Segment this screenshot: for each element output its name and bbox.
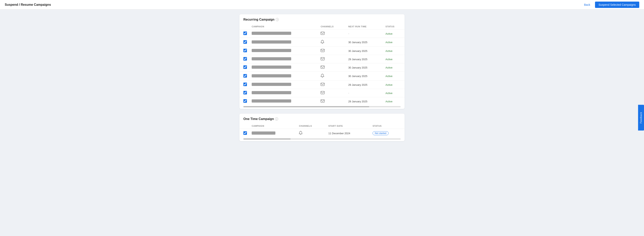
recurring-scrollbar[interactable] bbox=[244, 106, 400, 107]
row-checkbox-cell bbox=[240, 47, 249, 55]
row-status-cell: Active bbox=[383, 72, 404, 81]
one-time-campaign-table: CAMPAIGN CHANNELS START DATE STATUS bbox=[240, 123, 404, 138]
status-active-label: Active bbox=[386, 32, 392, 35]
row-channel-cell bbox=[318, 55, 346, 63]
row-channel-cell bbox=[318, 97, 346, 105]
one-time-col-campaign: CAMPAIGN bbox=[249, 123, 296, 129]
row-channel-cell bbox=[296, 129, 326, 138]
svg-rect-3 bbox=[321, 66, 324, 68]
recurring-info-icon: i bbox=[276, 18, 279, 21]
row-checkbox-cell bbox=[240, 63, 249, 72]
row-checkbox-cell bbox=[240, 97, 249, 105]
row-campaign-cell bbox=[249, 38, 318, 47]
campaign-name-blur bbox=[252, 99, 291, 102]
svg-rect-6 bbox=[321, 100, 324, 102]
row-next-run-cell: 30 January 2025 bbox=[346, 72, 383, 81]
next-run-date: 29 January 2025 bbox=[348, 58, 368, 61]
suspend-selected-button[interactable]: Suspend Selected Campaigns bbox=[595, 2, 639, 8]
one-time-campaign-header: One Time Campaign i bbox=[240, 114, 404, 123]
back-button[interactable]: Back bbox=[582, 2, 593, 8]
row-checkbox[interactable] bbox=[244, 83, 247, 86]
row-status-cell: Active bbox=[383, 47, 404, 55]
campaign-name-blur bbox=[252, 91, 291, 94]
table-row: 11 December 2024 Not started bbox=[240, 129, 404, 138]
campaign-name-blur bbox=[252, 132, 276, 135]
row-next-run-cell: 29 January 2025 bbox=[346, 81, 383, 89]
one-time-campaign-card: One Time Campaign i CAMPAIGN CHANNELS ST… bbox=[240, 114, 404, 141]
table-row: 30 January 2025 Active bbox=[240, 72, 404, 81]
row-channel-cell bbox=[318, 72, 346, 81]
row-channel-cell bbox=[318, 89, 346, 97]
email-icon bbox=[320, 49, 324, 53]
row-checkbox[interactable] bbox=[244, 40, 247, 44]
row-checkbox[interactable] bbox=[244, 57, 247, 61]
row-channel-cell bbox=[318, 81, 346, 89]
page-content: Recurring Campaign i CAMPAIGN CHANNELS N… bbox=[233, 10, 411, 151]
next-run-dash: - bbox=[348, 32, 349, 35]
row-checkbox[interactable] bbox=[244, 99, 247, 103]
status-active-label: Active bbox=[386, 83, 392, 86]
row-checkbox-cell bbox=[240, 30, 249, 38]
row-channel-cell bbox=[318, 63, 346, 72]
recurring-col-status: STATUS bbox=[383, 24, 404, 30]
row-status-cell: Active bbox=[383, 97, 404, 105]
svg-rect-0 bbox=[321, 32, 324, 35]
row-campaign-cell bbox=[249, 30, 318, 38]
page-header: Suspend / Resume Campaigns Back Suspend … bbox=[0, 0, 644, 10]
header-actions: Back Suspend Selected Campaigns bbox=[582, 2, 639, 8]
table-row: - Active bbox=[240, 89, 404, 97]
table-row: 30 January 2025 Active bbox=[240, 63, 404, 72]
row-checkbox-cell bbox=[240, 129, 249, 138]
row-status-cell: Active bbox=[383, 89, 404, 97]
recurring-campaign-card: Recurring Campaign i CAMPAIGN CHANNELS N… bbox=[240, 14, 404, 109]
email-icon bbox=[320, 83, 324, 86]
status-active-label: Active bbox=[386, 50, 392, 52]
svg-rect-1 bbox=[321, 49, 324, 52]
row-status-cell: Active bbox=[383, 63, 404, 72]
row-checkbox[interactable] bbox=[244, 91, 247, 94]
bell-icon bbox=[299, 132, 302, 136]
campaign-name-blur bbox=[252, 66, 291, 69]
start-date-label: 11 December 2024 bbox=[328, 132, 350, 135]
row-campaign-cell bbox=[249, 47, 318, 55]
one-time-table-wrap: CAMPAIGN CHANNELS START DATE STATUS bbox=[240, 123, 404, 138]
row-checkbox[interactable] bbox=[244, 49, 247, 52]
status-active-label: Active bbox=[386, 75, 392, 78]
campaign-name-blur bbox=[252, 57, 291, 60]
row-checkbox-cell bbox=[240, 38, 249, 47]
row-status-cell: Active bbox=[383, 55, 404, 63]
recurring-col-campaign: CAMPAIGN bbox=[249, 24, 318, 30]
email-icon bbox=[320, 32, 324, 35]
next-run-date: 30 January 2025 bbox=[348, 66, 368, 69]
bell-icon bbox=[320, 41, 324, 44]
row-checkbox[interactable] bbox=[244, 131, 247, 135]
table-row: 29 January 2025 Active bbox=[240, 81, 404, 89]
one-time-scrollbar[interactable] bbox=[244, 138, 400, 140]
row-checkbox[interactable] bbox=[244, 32, 247, 35]
one-time-col-status: STATUS bbox=[370, 123, 404, 129]
feedback-button[interactable]: Feedback bbox=[638, 105, 644, 131]
next-run-date: 29 January 2025 bbox=[348, 100, 368, 103]
table-row: - Active bbox=[240, 30, 404, 38]
row-campaign-cell bbox=[249, 81, 318, 89]
status-active-label: Active bbox=[386, 58, 392, 61]
email-icon bbox=[320, 58, 324, 61]
recurring-col-channels: CHANNELS bbox=[318, 24, 346, 30]
recurring-campaign-header: Recurring Campaign i bbox=[240, 14, 404, 24]
campaign-name-blur bbox=[252, 83, 291, 86]
row-next-run-cell: 29 January 2025 bbox=[346, 55, 383, 63]
campaign-name-blur bbox=[252, 40, 291, 44]
recurring-col-next-run: NEXT RUN TIME bbox=[346, 24, 383, 30]
row-checkbox-cell bbox=[240, 55, 249, 63]
status-not-started-badge: Not started bbox=[372, 131, 388, 135]
row-channel-cell bbox=[318, 38, 346, 47]
row-checkbox[interactable] bbox=[244, 74, 247, 78]
campaign-name-blur bbox=[252, 49, 291, 52]
row-next-run-cell: - bbox=[346, 89, 383, 97]
row-status-cell: Active bbox=[383, 38, 404, 47]
row-checkbox-cell bbox=[240, 81, 249, 89]
row-checkbox[interactable] bbox=[244, 65, 247, 69]
recurring-table-wrap: CAMPAIGN CHANNELS NEXT RUN TIME STATUS bbox=[240, 24, 404, 105]
row-next-run-cell: 30 January 2025 bbox=[346, 38, 383, 47]
svg-rect-2 bbox=[321, 57, 324, 60]
